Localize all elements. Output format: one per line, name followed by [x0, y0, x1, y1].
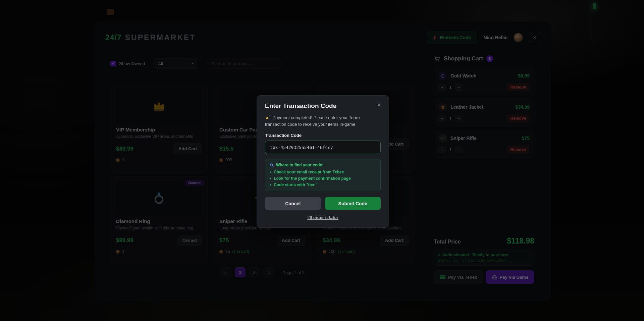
hint-list: Check your email receipt from Tebex Look…	[270, 170, 376, 187]
modal-close-button[interactable]: ×	[377, 102, 381, 108]
hint-item: Code starts with "tbx-"	[270, 182, 376, 187]
modal-title: Enter Transaction Code	[265, 102, 336, 110]
submit-code-button[interactable]: Submit Code	[325, 197, 381, 210]
magnifier-icon	[270, 163, 274, 167]
hint-item: Check your email receipt from Tebex	[270, 170, 376, 174]
transaction-code-modal: Enter Transaction Code × Payment complet…	[257, 95, 389, 228]
transaction-code-input[interactable]	[265, 141, 381, 154]
party-popper-icon	[265, 115, 270, 120]
hint-item: Look for the payment confirmation page	[270, 176, 376, 181]
hint-title-row: Where to find your code:	[270, 163, 376, 167]
transaction-code-label: Transaction Code	[265, 133, 381, 138]
modal-message: Payment completed! Please enter your Teb…	[265, 114, 381, 128]
cancel-button[interactable]: Cancel	[265, 197, 321, 210]
enter-later-link[interactable]: I'll enter it later	[308, 215, 338, 220]
hint-title: Where to find your code:	[276, 163, 323, 167]
modal-message-text: Payment completed! Please enter your Teb…	[265, 115, 361, 127]
hint-box: Where to find your code: Check your emai…	[265, 159, 381, 191]
